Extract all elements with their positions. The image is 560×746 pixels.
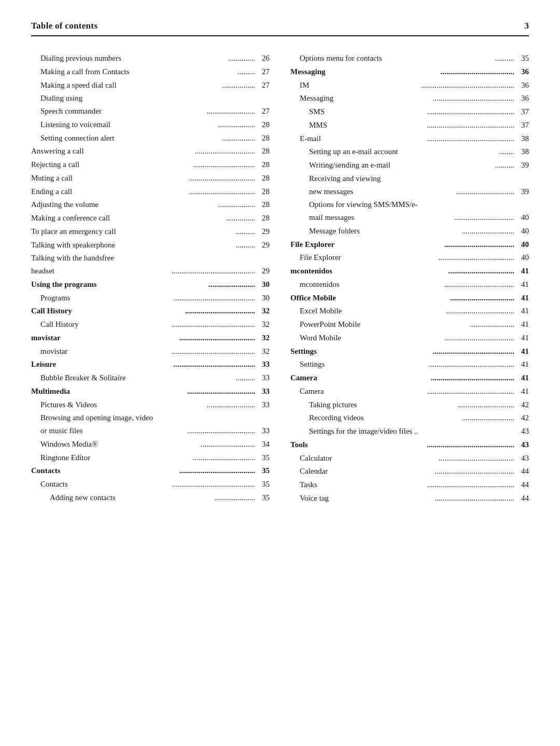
entry-num: 38 bbox=[514, 145, 529, 158]
entry-dots: ........................................… bbox=[427, 385, 514, 398]
entry-num: 41 bbox=[514, 331, 529, 344]
entry-num: 33 bbox=[255, 398, 270, 411]
entry-num: 40 bbox=[514, 238, 529, 251]
toc-entry: File Explorer ..........................… bbox=[290, 238, 529, 251]
toc-entry: Listening to voicemail .................… bbox=[31, 118, 270, 131]
toc-entry: Contacts ...............................… bbox=[31, 478, 270, 491]
toc-entry: Call History ...........................… bbox=[31, 318, 270, 331]
toc-entry: Making a call from Contacts .........27 bbox=[31, 65, 270, 78]
entry-num: 28 bbox=[255, 198, 270, 211]
entry-text: Talking with speakerphone bbox=[31, 239, 236, 252]
entry-text: Making a call from Contacts bbox=[40, 65, 237, 78]
entry-num: 35 bbox=[255, 451, 270, 464]
entry-text: Writing/sending an e-mail bbox=[309, 159, 495, 172]
entry-num: 33 bbox=[255, 424, 270, 437]
entry-num: 28 bbox=[255, 132, 270, 145]
entry-num: 30 bbox=[255, 292, 270, 305]
toc-entry: Bubble Breaker & Solitaire ..........33 bbox=[31, 371, 270, 384]
entry-text: Contacts bbox=[31, 464, 179, 477]
entry-dots: ........................................… bbox=[174, 292, 256, 305]
entry-num: 42 bbox=[514, 398, 529, 411]
toc-entry: Making a conference call ...............… bbox=[31, 212, 270, 225]
toc-entry: Options menu for contacts ..........35 bbox=[290, 52, 529, 65]
entry-text: Calendar bbox=[300, 465, 435, 478]
entry-dots: .............. bbox=[228, 52, 256, 65]
entry-num: 29 bbox=[255, 265, 270, 278]
entry-text: Voice tag bbox=[300, 492, 435, 505]
entry-dots: ........ bbox=[499, 145, 514, 158]
entry-num: 41 bbox=[514, 345, 529, 358]
entry-text: Adjusting the volume bbox=[31, 198, 218, 211]
toc-multiline-entry: Browsing and opening image, videoor musi… bbox=[31, 411, 270, 437]
entry-dots: ........................................… bbox=[433, 92, 515, 105]
entry-num: 32 bbox=[255, 331, 270, 344]
toc-entry: Word Mobile ............................… bbox=[290, 331, 529, 344]
entry-dots: ........................................… bbox=[429, 358, 514, 371]
entry-text: Taking pictures bbox=[309, 398, 458, 411]
toc-layout: Dialing previous numbers ..............2… bbox=[31, 52, 529, 505]
entry-dots: .......... bbox=[236, 225, 256, 238]
toc-entry: Answering a call .......................… bbox=[31, 145, 270, 158]
entry-text: Settings bbox=[300, 358, 429, 371]
entry-text: mcontenidos bbox=[290, 265, 449, 278]
toc-entry: Voice tag ..............................… bbox=[290, 492, 529, 505]
entry-text: Message folders bbox=[309, 225, 462, 238]
entry-text: Leisure bbox=[31, 358, 174, 371]
entry-num: 28 bbox=[255, 172, 270, 185]
entry-dots: ........................................… bbox=[433, 345, 515, 358]
entry-text: MMS bbox=[309, 119, 427, 132]
entry-text: SMS bbox=[309, 105, 427, 118]
entry-num: 44 bbox=[514, 478, 529, 491]
entry-dots: ........................................… bbox=[172, 265, 255, 278]
entry-num: 34 bbox=[255, 438, 270, 451]
entry-text: Setting up an e-mail account bbox=[309, 145, 499, 158]
entry-text: Settings for the image/video files .. bbox=[309, 425, 514, 438]
entry-text-line2: or music files bbox=[40, 424, 187, 437]
toc-entry: Calendar ...............................… bbox=[290, 465, 529, 478]
entry-text: Options menu for contacts bbox=[300, 52, 495, 65]
toc-entry: Using the programs .....................… bbox=[31, 278, 270, 291]
entry-num: 44 bbox=[514, 492, 529, 505]
entry-num: 27 bbox=[255, 79, 270, 92]
entry-text: Dialing previous numbers bbox=[40, 52, 228, 65]
entry-num: 32 bbox=[255, 305, 270, 317]
entry-num: 28 bbox=[255, 185, 270, 198]
entry-dots: ........................................… bbox=[435, 465, 514, 478]
entry-text: Setting connection alert bbox=[40, 132, 222, 145]
toc-entry: mcontenidos ............................… bbox=[290, 265, 529, 278]
entry-dots: ................. bbox=[222, 132, 255, 145]
entry-text: Settings bbox=[290, 345, 433, 358]
toc-entry: PowerPoint Mobile ......................… bbox=[290, 318, 529, 331]
toc-entry: Programs ...............................… bbox=[31, 292, 270, 305]
entry-num: 41 bbox=[514, 371, 529, 384]
toc-entry: Tasks ..................................… bbox=[290, 478, 529, 491]
entry-text: movistar bbox=[31, 331, 179, 344]
entry-text: Tasks bbox=[300, 478, 427, 491]
entry-dots: ............................... bbox=[195, 145, 255, 158]
entry-dots: ........................................… bbox=[172, 478, 255, 491]
entry-dots: .......... bbox=[495, 159, 515, 172]
entry-dots: ........................................… bbox=[427, 105, 514, 118]
entry-dots: ....................................... bbox=[439, 251, 514, 264]
entry-text: Ending a call bbox=[31, 185, 189, 198]
entry-text: Rejecting a call bbox=[31, 158, 193, 171]
entry-num: 40 bbox=[514, 225, 529, 238]
toc-entry: Excel Mobile ...........................… bbox=[290, 305, 529, 317]
entry-num: 41 bbox=[514, 292, 529, 305]
toc-entry: Messaging ..............................… bbox=[290, 65, 529, 78]
entry-text: Ringtone Editor bbox=[40, 451, 193, 464]
toc-entry: Settings ...............................… bbox=[290, 358, 529, 371]
toc-left-column: Dialing previous numbers ..............2… bbox=[31, 52, 270, 505]
entry-dots: ......................... bbox=[206, 105, 255, 118]
entry-dots: .......... bbox=[236, 371, 256, 384]
entry-num: 41 bbox=[514, 278, 529, 291]
entry-text-line2: Speech commander bbox=[40, 105, 206, 118]
toc-entry: Dialing previous numbers ..............2… bbox=[31, 52, 270, 65]
entry-text: Messaging bbox=[290, 65, 441, 78]
entry-dots: ........................................… bbox=[427, 119, 514, 132]
entry-dots: ........................................… bbox=[421, 79, 514, 92]
entry-num: 28 bbox=[255, 158, 270, 171]
entry-dots: ................................... bbox=[187, 424, 255, 437]
entry-dots: .................................. bbox=[189, 172, 256, 185]
entry-dots: ...................................... bbox=[441, 65, 515, 78]
